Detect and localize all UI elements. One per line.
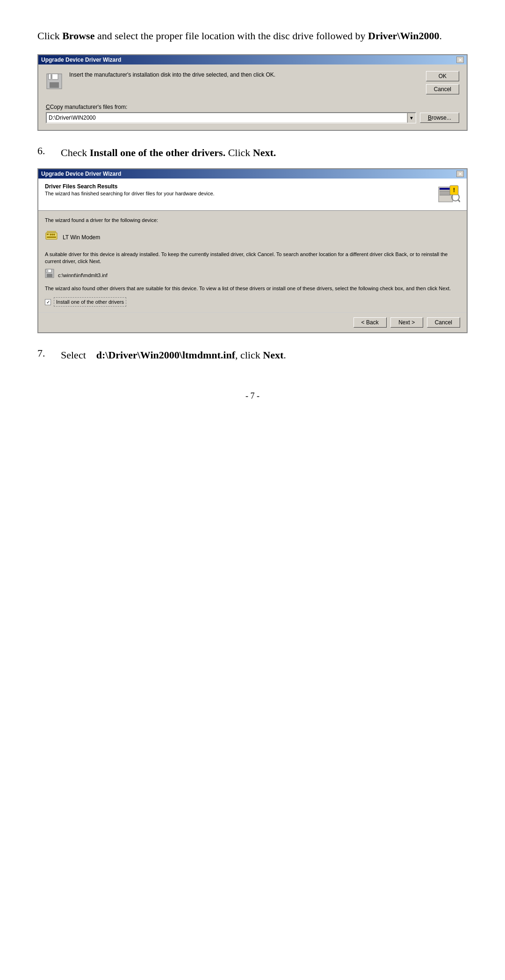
svg-rect-23 bbox=[47, 270, 48, 272]
dialog1-content: Insert the manufacturer's installation d… bbox=[46, 71, 459, 94]
step6-number: 6. bbox=[37, 145, 51, 157]
step7-text-part1: Select bbox=[61, 349, 86, 361]
dialog2-header-sub: The wizard has finished searching for dr… bbox=[45, 191, 433, 196]
dialog1-cancel-button[interactable]: Cancel bbox=[426, 84, 459, 94]
dialog2-checkbox-row[interactable]: ✓ Install one of the other drivers bbox=[45, 297, 460, 307]
dialog2-footer: < Back Next > Cancel bbox=[38, 312, 467, 332]
step6-text-part2: Click bbox=[225, 147, 253, 158]
dialog1-title: Upgrade Device Driver Wizard bbox=[41, 57, 121, 63]
dialog1-body: Insert the manufacturer's installation d… bbox=[38, 64, 467, 130]
page-number: - 7 - bbox=[37, 391, 468, 401]
svg-rect-2 bbox=[50, 82, 59, 88]
copy-input-wrapper[interactable]: D:\Driver\WIN2000 ▼ bbox=[46, 112, 416, 123]
step6-text-part1: Check bbox=[61, 147, 90, 158]
svg-rect-3 bbox=[50, 74, 52, 79]
dialog2-close-button[interactable]: ✕ bbox=[456, 171, 464, 177]
svg-rect-8 bbox=[440, 194, 451, 195]
copy-path-input[interactable]: D:\Driver\WIN2000 bbox=[46, 113, 407, 123]
driver-file-row: c:\winnt\inf\mdmlt3.inf bbox=[45, 269, 460, 281]
dialog2-next-button[interactable]: Next > bbox=[390, 317, 423, 328]
step7-path-bold: d:\Driver\Win2000\ltmdmnt.inf bbox=[96, 349, 235, 361]
svg-rect-22 bbox=[47, 274, 52, 277]
copy-section: CCopy manufacturer's files from: D:\Driv… bbox=[46, 104, 459, 123]
copy-label: CCopy manufacturer's files from: bbox=[46, 104, 459, 110]
copy-input-row: D:\Driver\WIN2000 ▼ Browse... bbox=[46, 112, 459, 123]
dialog2-titlebar: Upgrade Device Driver Wizard ✕ bbox=[38, 169, 467, 179]
dialog1-box: Upgrade Device Driver Wizard ✕ Insert th… bbox=[37, 54, 468, 131]
intro-paragraph: Click Browse and select the proper file … bbox=[37, 28, 468, 44]
dialog1-titlebar: Upgrade Device Driver Wizard ✕ bbox=[38, 55, 467, 64]
intro-period: . bbox=[439, 30, 442, 42]
dialog2-body-text3: The wizard also found other drivers that… bbox=[45, 285, 460, 292]
step7-text-part2: , click bbox=[235, 349, 263, 361]
step6-next-bold: Next. bbox=[253, 147, 276, 158]
intro-path-bold: Driver\Win2000 bbox=[368, 30, 439, 42]
copy-label-c: CCopy manufacturer's files from: bbox=[46, 104, 127, 110]
dialog2-body-text2: A suitable driver for this device is alr… bbox=[45, 251, 460, 265]
svg-line-10 bbox=[458, 200, 460, 202]
driver-floppy-icon bbox=[45, 269, 54, 281]
dialog2-device-name: LT Win Modem bbox=[63, 233, 100, 242]
dialog2-body-text1: The wizard found a driver for the follow… bbox=[45, 216, 460, 224]
svg-rect-7 bbox=[440, 193, 450, 193]
dialog2-box: Upgrade Device Driver Wizard ✕ Driver Fi… bbox=[37, 168, 468, 333]
step7-container: 7. Select d:\Driver\Win2000\ltmdmnt.inf,… bbox=[37, 347, 468, 363]
dialog2-title: Upgrade Device Driver Wizard bbox=[41, 171, 121, 177]
intro-browse-bold: Browse bbox=[62, 30, 94, 42]
step6-text: Check Install one of the other drivers. … bbox=[61, 145, 276, 161]
dialog2-back-button[interactable]: < Back bbox=[354, 317, 387, 328]
floppy-disk-icon bbox=[46, 73, 63, 93]
svg-rect-21 bbox=[46, 269, 51, 272]
intro-text-part2: and select the proper file location with… bbox=[94, 30, 368, 42]
step7-text: Select d:\Driver\Win2000\ltmdmnt.inf, cl… bbox=[61, 347, 286, 363]
dialog2-header: Driver Files Search Results The wizard h… bbox=[38, 179, 467, 211]
dialog2-body: The wizard found a driver for the follow… bbox=[38, 211, 467, 312]
install-checkbox[interactable]: ✓ bbox=[45, 299, 51, 305]
step6-container: 6. Check Install one of the other driver… bbox=[37, 145, 468, 161]
dialog1-ok-button[interactable]: OK bbox=[426, 71, 459, 81]
dialog2-device-row: LT Win Modem bbox=[45, 229, 460, 246]
step7-next-bold: Next bbox=[263, 349, 283, 361]
svg-rect-19 bbox=[47, 231, 56, 232]
dialog1-message: Insert the manufacturer's installation d… bbox=[69, 71, 419, 79]
step6-install-bold: Install one of the other drivers. bbox=[90, 147, 225, 158]
svg-rect-1 bbox=[49, 74, 58, 79]
browse-button[interactable]: Browse... bbox=[420, 113, 459, 123]
svg-point-16 bbox=[51, 234, 53, 236]
svg-text:!: ! bbox=[453, 187, 455, 193]
dialog2-cancel-button[interactable]: Cancel bbox=[427, 317, 460, 328]
dialog2-checkbox-label: Install one of the other drivers bbox=[54, 297, 126, 307]
dialog1-buttons: OK Cancel bbox=[426, 71, 459, 94]
svg-rect-18 bbox=[47, 236, 56, 238]
step7-period: . bbox=[283, 349, 286, 361]
svg-point-17 bbox=[53, 234, 55, 236]
copy-dropdown-button[interactable]: ▼ bbox=[407, 113, 416, 123]
svg-point-15 bbox=[50, 234, 51, 236]
step7-number: 7. bbox=[37, 347, 51, 359]
modem-icon bbox=[45, 229, 58, 246]
dialog1-close-button[interactable]: ✕ bbox=[456, 57, 464, 63]
dialog2-file-path: c:\winnt\inf\mdmlt3.inf bbox=[58, 272, 108, 279]
svg-rect-14 bbox=[47, 234, 49, 235]
intro-text-part1: Click bbox=[37, 30, 62, 42]
dialog2-header-title: Driver Files Search Results bbox=[45, 183, 433, 190]
search-results-icon: ! bbox=[438, 183, 460, 206]
dialog2-header-text: Driver Files Search Results The wizard h… bbox=[45, 183, 433, 196]
